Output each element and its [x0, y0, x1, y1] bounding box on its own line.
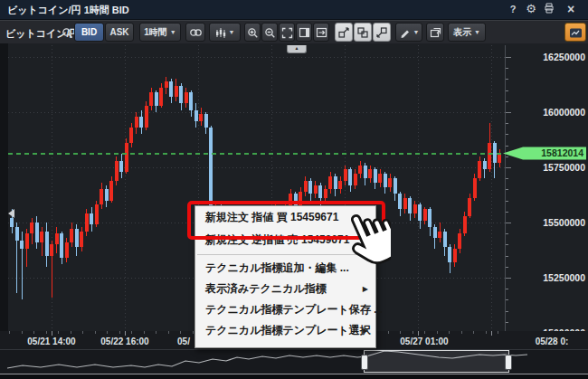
navigator-left-handle[interactable]: [361, 355, 368, 370]
navigator-right-handle[interactable]: [505, 355, 512, 370]
price-axis-label: 15500000: [522, 217, 585, 228]
navigator-selection[interactable]: [364, 350, 509, 373]
price-axis[interactable]: 1625000016000000157500001550000015250000…: [505, 43, 588, 331]
chart-toolbar: ビットコイン/円 BID ASK 1時間▼ ▼ ▼ 表示▼: [0, 20, 588, 45]
price-axis-label: 15750000: [522, 162, 585, 173]
gear-icon[interactable]: ⚙: [524, 2, 538, 16]
display-dropdown[interactable]: 表示▼: [448, 23, 486, 42]
time-axis-label: 05/27 01:00: [400, 336, 448, 346]
menu-item-select-template[interactable]: テクニカル指標テンプレート選択▶: [195, 320, 375, 341]
time-axis-label: 05/28 0:: [536, 336, 569, 346]
menu-item-save-template[interactable]: テクニカル指標テンプレート保存 ...: [195, 299, 375, 320]
chevron-down-icon: ▼: [170, 29, 176, 35]
price-axis-label: 16000000: [522, 107, 585, 118]
window-title: ビットコイン/円 1時間 BID: [7, 4, 129, 17]
bid-button[interactable]: BID: [74, 23, 104, 42]
price-axis-label: 15250000: [522, 272, 585, 283]
chart-window: { "window": { "title": "ビットコイン/円 1時間 BID…: [0, 0, 588, 379]
submenu-arrow-icon: ▶: [363, 279, 368, 299]
chart-type-dropdown[interactable]: ▼: [209, 23, 241, 42]
zoom-in-button[interactable]: [244, 23, 261, 42]
chart-image-button[interactable]: [564, 23, 586, 42]
close-icon[interactable]: ×: [564, 2, 578, 16]
chevron-down-icon: ▼: [413, 29, 420, 35]
search-icon[interactable]: [62, 26, 73, 43]
menu-item-shown-indicators[interactable]: 表示済みテクニカル指標▶: [195, 279, 375, 299]
zoom-out-button[interactable]: [261, 23, 278, 42]
scroll-left-marker[interactable]: [8, 209, 14, 218]
time-axis-label: 05/22 16:00: [100, 336, 148, 346]
split-panel-button[interactable]: [296, 23, 312, 42]
printer-icon[interactable]: [542, 3, 556, 17]
submenu-arrow-icon: ▶: [363, 320, 368, 341]
chevron-up-icon: ▲: [295, 45, 299, 51]
link-charts-button[interactable]: [185, 23, 205, 42]
timeframe-dropdown[interactable]: 1時間▼: [139, 23, 181, 42]
order-marker-toggle[interactable]: [335, 23, 353, 42]
ask-button[interactable]: ASK: [105, 23, 134, 42]
hand-cursor: [337, 213, 391, 280]
window-bottom-margin: [0, 374, 588, 379]
plot-left-edge: [0, 43, 8, 331]
collapse-toolbar-tab[interactable]: ▲: [287, 45, 307, 53]
title-bar: ビットコイン/円 1時間 BID ? ⚙ ×: [0, 0, 588, 20]
trade-marker-toggle[interactable]: [373, 23, 391, 42]
time-axis-label: 05/21 14:00: [27, 336, 75, 346]
popout-window-button[interactable]: [426, 23, 444, 42]
current-price-line: [8, 153, 504, 155]
draw-tool-dropdown[interactable]: ▼: [395, 23, 422, 42]
time-axis-label: 05/: [177, 336, 190, 346]
help-icon[interactable]: ?: [506, 2, 520, 16]
fit-screen-button[interactable]: [279, 23, 295, 42]
chevron-down-icon: ▼: [229, 29, 235, 35]
price-axis-label: 16250000: [522, 52, 585, 62]
shift-chart-button[interactable]: [313, 23, 329, 42]
position-marker-toggle[interactable]: [354, 23, 372, 42]
chevron-down-icon: ▼: [474, 29, 480, 35]
